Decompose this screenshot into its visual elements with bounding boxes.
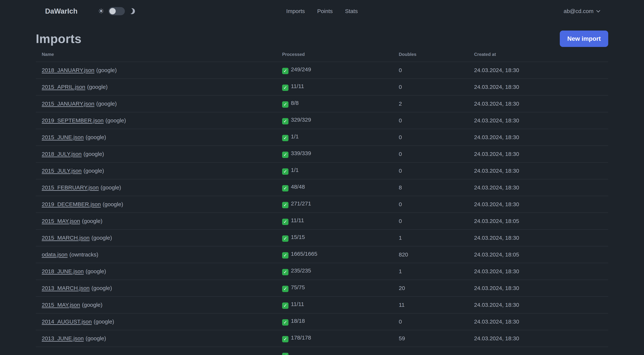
- name-cell: 2015_MAY.json(google): [36, 297, 276, 313]
- import-file-link[interactable]: 2014_AUGUST.json: [42, 319, 92, 325]
- nav-item-points[interactable]: Points: [317, 8, 332, 14]
- success-check-icon: ✓: [282, 235, 288, 242]
- table-row: ✓: [36, 347, 608, 355]
- processed-count: 48/48: [291, 184, 305, 190]
- import-source: (google): [96, 101, 117, 107]
- doubles-cell: 0: [393, 196, 468, 213]
- import-source: (google): [84, 151, 104, 157]
- doubles-cell: 0: [393, 129, 468, 146]
- name-cell: 2015_MARCH.json(google): [36, 230, 276, 246]
- success-check-icon: ✓: [282, 303, 288, 309]
- import-file-link[interactable]: 2015_JUNE.json: [42, 134, 84, 140]
- import-file-link[interactable]: 2015_JULY.json: [42, 168, 82, 174]
- table-row: 2018_JANUARY.json(google) ✓249/249 0 24.…: [36, 62, 608, 79]
- import-file-link[interactable]: odata.json: [42, 251, 68, 258]
- table-row: 2015_JULY.json(google) ✓1/1 0 24.03.2024…: [36, 162, 608, 179]
- import-file-link[interactable]: 2018_JUNE.json: [42, 268, 84, 274]
- doubles-cell: 11: [393, 297, 468, 313]
- table-row: 2019_DECEMBER.json(google) ✓271/271 0 24…: [36, 196, 608, 213]
- import-file-link[interactable]: 2015_MAY.json: [42, 302, 80, 308]
- name-cell: [36, 347, 276, 355]
- import-file-link[interactable]: 2015_MAY.json: [42, 218, 80, 224]
- table-row: 2015_MAY.json(google) ✓11/11 0 24.03.202…: [36, 213, 608, 230]
- processed-count: 178/178: [291, 335, 311, 341]
- success-check-icon: ✓: [282, 152, 288, 158]
- table-row: 2019_SEPTEMBER.json(google) ✓329/329 0 2…: [36, 112, 608, 129]
- created-at-cell: 24.03.2024, 18:30: [468, 62, 608, 79]
- nav-item-imports[interactable]: Imports: [286, 8, 305, 14]
- processed-cell: ✓: [276, 347, 393, 355]
- imports-page: Imports New import Name Processed Double…: [36, 30, 608, 355]
- user-menu[interactable]: ab@cd.com: [564, 8, 600, 14]
- table-row: 2015_JUNE.json(google) ✓1/1 0 24.03.2024…: [36, 129, 608, 146]
- name-cell: 2013_MARCH.json(google): [36, 280, 276, 297]
- import-file-link[interactable]: 2019_SEPTEMBER.json: [42, 117, 104, 123]
- import-source: (google): [100, 184, 121, 191]
- import-file-link[interactable]: 2013_JUNE.json: [42, 335, 84, 342]
- created-at-cell: 24.03.2024, 18:30: [468, 297, 608, 313]
- processed-count: 329/329: [291, 117, 311, 123]
- import-source: (google): [86, 335, 106, 342]
- import-source: (google): [106, 117, 126, 123]
- created-at-cell: 24.03.2024, 18:30: [468, 129, 608, 146]
- nav-item-stats[interactable]: Stats: [345, 8, 358, 14]
- navbar: DaWarIch ☀ Imports Points Stats ab@cd.co…: [0, 0, 644, 22]
- name-cell: 2014_AUGUST.json(google): [36, 313, 276, 330]
- import-file-link[interactable]: 2018_JANUARY.json: [42, 67, 94, 73]
- success-check-icon: ✓: [282, 219, 288, 225]
- import-source: (google): [84, 168, 104, 174]
- user-email: ab@cd.com: [564, 8, 594, 14]
- table-row: 2014_AUGUST.json(google) ✓18/18 0 24.03.…: [36, 313, 608, 330]
- doubles-cell: [393, 347, 468, 355]
- processed-cell: ✓18/18: [276, 313, 393, 330]
- import-source: (google): [94, 319, 114, 325]
- processed-cell: ✓339/339: [276, 146, 393, 162]
- column-header-doubles: Doubles: [393, 47, 468, 62]
- theme-toggle[interactable]: [108, 7, 125, 15]
- doubles-cell: 8: [393, 179, 468, 196]
- table-row: 2015_FEBRUARY.json(google) ✓48/48 8 24.0…: [36, 179, 608, 196]
- main-navigation: Imports Points Stats: [286, 8, 358, 14]
- imports-table-body: 2018_JANUARY.json(google) ✓249/249 0 24.…: [36, 62, 608, 355]
- name-cell: 2018_JANUARY.json(google): [36, 62, 276, 79]
- imports-table-head: Name Processed Doubles Created at: [36, 47, 608, 62]
- import-source: (google): [86, 134, 106, 140]
- theme-toggle-group: ☀: [98, 7, 135, 15]
- name-cell: 2019_SEPTEMBER.json(google): [36, 112, 276, 129]
- app-logo[interactable]: DaWarIch: [45, 7, 78, 15]
- success-check-icon: ✓: [282, 135, 288, 141]
- new-import-button[interactable]: New import: [560, 30, 608, 47]
- success-check-icon: ✓: [282, 319, 288, 326]
- import-source: (owntracks): [69, 251, 98, 258]
- import-source: (google): [86, 268, 106, 274]
- processed-count: 11/11: [291, 83, 304, 89]
- processed-count: 15/15: [291, 234, 305, 240]
- processed-count: 339/339: [291, 150, 311, 156]
- import-file-link[interactable]: 2013_MARCH.json: [42, 285, 90, 291]
- table-row: 2018_JULY.json(google) ✓339/339 0 24.03.…: [36, 146, 608, 162]
- toggle-knob: [110, 8, 116, 14]
- created-at-cell: 24.03.2024, 18:30: [468, 280, 608, 297]
- name-cell: odata.json(owntracks): [36, 246, 276, 263]
- import-file-link[interactable]: 2015_MARCH.json: [42, 235, 90, 241]
- moon-icon: [128, 7, 136, 15]
- import-file-link[interactable]: 2019_DECEMBER.json: [42, 201, 101, 207]
- success-check-icon: ✓: [282, 202, 288, 208]
- processed-cell: ✓178/178: [276, 330, 393, 347]
- doubles-cell: 820: [393, 246, 468, 263]
- doubles-cell: 0: [393, 79, 468, 95]
- doubles-cell: 0: [393, 62, 468, 79]
- created-at-cell: [468, 347, 608, 355]
- import-source: (google): [92, 235, 112, 241]
- import-file-link[interactable]: 2015_JANUARY.json: [42, 101, 94, 107]
- created-at-cell: 24.03.2024, 18:30: [468, 179, 608, 196]
- success-check-icon: ✓: [282, 336, 288, 342]
- import-file-link[interactable]: 2015_APRIL.json: [42, 84, 85, 90]
- table-row: 2018_JUNE.json(google) ✓235/235 1 24.03.…: [36, 263, 608, 280]
- import-file-link[interactable]: 2015_FEBRUARY.json: [42, 184, 99, 191]
- table-row: 2015_JANUARY.json(google) ✓8/8 2 24.03.2…: [36, 95, 608, 112]
- import-file-link[interactable]: 2018_JULY.json: [42, 151, 82, 157]
- created-at-cell: 24.03.2024, 18:30: [468, 79, 608, 95]
- table-row: 2013_JUNE.json(google) ✓178/178 59 24.03…: [36, 330, 608, 347]
- processed-count: 11/11: [291, 217, 304, 223]
